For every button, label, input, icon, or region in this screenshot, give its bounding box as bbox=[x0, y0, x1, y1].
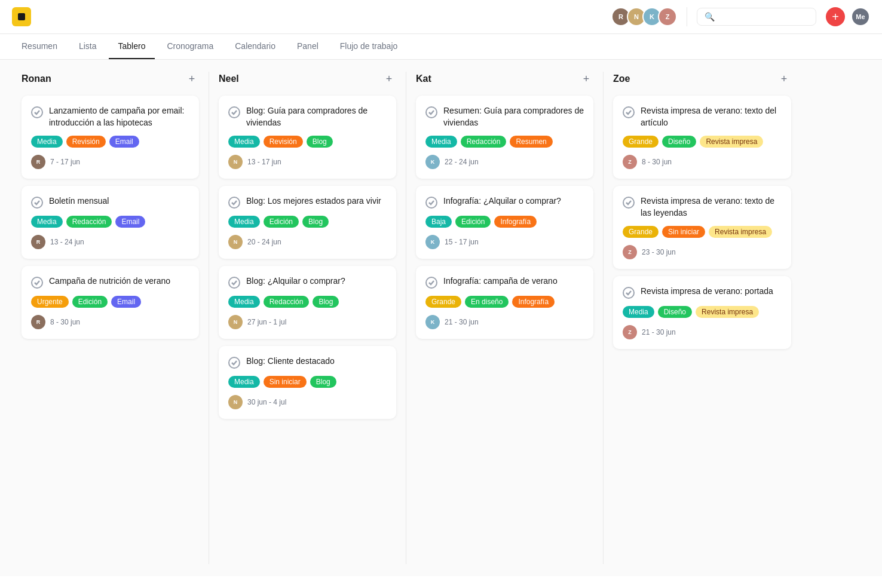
check-icon[interactable] bbox=[31, 197, 43, 209]
tag-media[interactable]: Media bbox=[228, 136, 260, 148]
check-icon[interactable] bbox=[623, 197, 635, 209]
card-date: 13 - 17 jun bbox=[247, 158, 281, 166]
avatar-4[interactable]: Z bbox=[658, 7, 677, 26]
check-icon[interactable] bbox=[228, 277, 240, 289]
add-card-button-zoe[interactable]: + bbox=[777, 72, 791, 86]
tab-flujo[interactable]: Flujo de trabajo bbox=[330, 34, 408, 59]
card-avatar: Z bbox=[623, 245, 637, 259]
tag-media[interactable]: Media bbox=[31, 216, 63, 228]
tag-grande[interactable]: Grande bbox=[623, 136, 659, 148]
card-date: 8 - 30 jun bbox=[50, 318, 80, 326]
check-icon[interactable] bbox=[228, 357, 240, 369]
card-tags-card-z3: MediaDiseñoRevista impresa bbox=[623, 306, 782, 318]
card-footer-card-r3: R8 - 30 jun bbox=[31, 315, 189, 329]
add-card-button-ronan[interactable]: + bbox=[185, 72, 199, 86]
app-icon-inner bbox=[18, 13, 25, 20]
team-avatars: R N K Z bbox=[611, 7, 677, 26]
add-card-button-kat[interactable]: + bbox=[579, 72, 593, 86]
tag-resumen[interactable]: Resumen bbox=[510, 136, 552, 148]
check-icon[interactable] bbox=[425, 277, 437, 289]
tag-urgente[interactable]: Urgente bbox=[31, 296, 69, 308]
card-card-n3[interactable]: Blog: ¿Alquilar o comprar?MediaRedacción… bbox=[219, 266, 396, 339]
tag-revista-impresa[interactable]: Revista impresa bbox=[700, 136, 763, 148]
search-input[interactable] bbox=[719, 12, 808, 22]
tag-revisión[interactable]: Revisión bbox=[66, 136, 106, 148]
header-divider bbox=[687, 7, 687, 26]
check-icon[interactable] bbox=[623, 287, 635, 299]
tag-blog[interactable]: Blog bbox=[302, 216, 329, 228]
check-icon[interactable] bbox=[228, 197, 240, 209]
tag-edición[interactable]: Edición bbox=[455, 216, 491, 228]
card-card-z3[interactable]: Revista impresa de verano: portadaMediaD… bbox=[613, 276, 791, 349]
tag-revisión[interactable]: Revisión bbox=[264, 136, 303, 148]
tag-media[interactable]: Media bbox=[228, 376, 260, 388]
tab-resumen[interactable]: Resumen bbox=[12, 34, 67, 59]
check-icon[interactable] bbox=[228, 106, 240, 118]
tag-redacción[interactable]: Redacción bbox=[66, 216, 112, 228]
tag-email[interactable]: Email bbox=[115, 216, 145, 228]
tag-media[interactable]: Media bbox=[425, 136, 457, 148]
tag-baja[interactable]: Baja bbox=[425, 216, 452, 228]
tag-edición[interactable]: Edición bbox=[72, 296, 108, 308]
card-card-r2[interactable]: Boletín mensualMediaRedacciónEmailR13 - … bbox=[22, 186, 199, 259]
card-tags-card-n4: MediaSin iniciarBlog bbox=[228, 376, 387, 388]
card-card-k2[interactable]: Infografía: ¿Alquilar o comprar?BajaEdic… bbox=[416, 186, 593, 259]
card-card-r1[interactable]: Lanzamiento de campaña por email: introd… bbox=[22, 96, 199, 179]
my-avatar[interactable]: Me bbox=[851, 7, 870, 26]
tag-blog[interactable]: Blog bbox=[307, 136, 333, 148]
search-bar[interactable]: 🔍 bbox=[697, 8, 816, 26]
tag-email[interactable]: Email bbox=[111, 296, 141, 308]
check-icon[interactable] bbox=[623, 106, 635, 118]
tag-redacción[interactable]: Redacción bbox=[461, 136, 507, 148]
card-avatar: K bbox=[425, 235, 440, 249]
card-date: 20 - 24 jun bbox=[247, 238, 281, 246]
card-card-z2[interactable]: Revista impresa de verano: texto de las … bbox=[613, 186, 791, 269]
tag-diseño[interactable]: Diseño bbox=[658, 306, 692, 318]
tag-email[interactable]: Email bbox=[109, 136, 139, 148]
tag-grande[interactable]: Grande bbox=[425, 296, 461, 308]
tag-infografía[interactable]: Infografía bbox=[494, 216, 537, 228]
tab-tablero[interactable]: Tablero bbox=[109, 34, 155, 59]
tag-diseño[interactable]: Diseño bbox=[662, 136, 696, 148]
tag-sin-iniciar[interactable]: Sin iniciar bbox=[662, 226, 705, 238]
card-card-r3[interactable]: Campaña de nutrición de veranoUrgenteEdi… bbox=[22, 266, 199, 339]
add-card-button-neel[interactable]: + bbox=[382, 72, 396, 86]
card-card-k1[interactable]: Resumen: Guía para compradores de vivien… bbox=[416, 96, 593, 179]
tag-blog[interactable]: Blog bbox=[313, 296, 339, 308]
card-card-n1[interactable]: Blog: Guía para compradores de viviendas… bbox=[219, 96, 396, 179]
check-icon[interactable] bbox=[425, 197, 437, 209]
card-card-k3[interactable]: Infografía: campaña de veranoGrandeEn di… bbox=[416, 266, 593, 339]
card-tags-card-k2: BajaEdiciónInfografía bbox=[425, 216, 584, 228]
tag-en-diseño[interactable]: En diseño bbox=[465, 296, 509, 308]
tag-media[interactable]: Media bbox=[31, 136, 63, 148]
tag-blog[interactable]: Blog bbox=[310, 376, 336, 388]
tab-calendario[interactable]: Calendario bbox=[225, 34, 285, 59]
card-card-n4[interactable]: Blog: Cliente destacadoMediaSin iniciarB… bbox=[219, 346, 396, 419]
tab-cronograma[interactable]: Cronograma bbox=[157, 34, 223, 59]
tag-sin-iniciar[interactable]: Sin iniciar bbox=[264, 376, 307, 388]
add-button[interactable]: + bbox=[826, 7, 845, 26]
card-title-text-card-r1: Lanzamiento de campaña por email: introd… bbox=[49, 105, 189, 128]
tag-grande[interactable]: Grande bbox=[623, 226, 659, 238]
card-title-row-card-k1: Resumen: Guía para compradores de vivien… bbox=[425, 105, 584, 128]
column-title-neel: Neel bbox=[219, 74, 239, 84]
card-date: 23 - 30 jun bbox=[642, 248, 676, 256]
tag-redacción[interactable]: Redacción bbox=[264, 296, 310, 308]
check-icon[interactable] bbox=[31, 106, 43, 118]
card-avatar: Z bbox=[623, 325, 637, 339]
tag-infografía[interactable]: Infografía bbox=[512, 296, 555, 308]
tag-media[interactable]: Media bbox=[623, 306, 654, 318]
tag-media[interactable]: Media bbox=[228, 216, 260, 228]
card-card-z1[interactable]: Revista impresa de verano: texto del art… bbox=[613, 96, 791, 179]
tab-lista[interactable]: Lista bbox=[69, 34, 106, 59]
tag-revista-impresa[interactable]: Revista impresa bbox=[696, 306, 759, 318]
tag-media[interactable]: Media bbox=[228, 296, 260, 308]
card-footer-card-k3: K21 - 30 jun bbox=[425, 315, 584, 329]
tab-panel[interactable]: Panel bbox=[287, 34, 328, 59]
tag-edición[interactable]: Edición bbox=[264, 216, 299, 228]
check-icon[interactable] bbox=[31, 277, 43, 289]
check-icon[interactable] bbox=[425, 106, 437, 118]
card-card-n2[interactable]: Blog: Los mejores estados para vivirMedi… bbox=[219, 186, 396, 259]
tag-revista-impresa[interactable]: Revista impresa bbox=[709, 226, 772, 238]
column-kat: Kat+Resumen: Guía para compradores de vi… bbox=[406, 72, 604, 564]
